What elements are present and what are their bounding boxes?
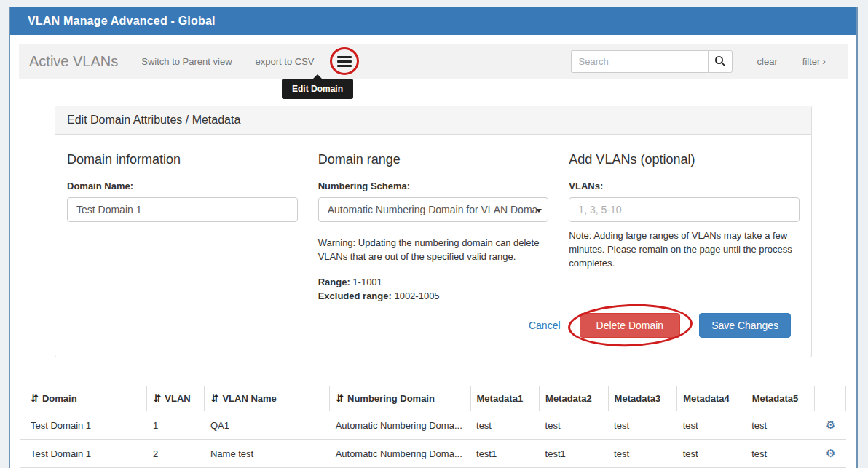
gear-icon[interactable]: ⚙ [826,419,835,431]
column-header[interactable]: ⇵VLAN Name [205,386,330,411]
add-vlans-section: Add VLANs (optional) VLANs: Note: Adding… [569,152,800,303]
domain-range-section: Domain range Numbering Schema: Automatic… [318,152,549,303]
domain-range-heading: Domain range [318,152,549,167]
column-header[interactable]: ⇵Numbering Domain [330,386,470,411]
table-cell: Test Domain 1 [20,411,147,440]
range-value: 1-1001 [350,277,382,287]
column-header: Metadata1 [470,386,540,411]
table-cell: test [470,411,540,440]
sort-icon: ⇵ [31,393,39,404]
excluded-range-line: Excluded range: 1002-1005 [318,290,549,304]
row-actions-cell: ⚙ [815,440,846,468]
filter-link[interactable]: filter› [802,55,826,67]
row-actions-cell: ⚙ [815,411,846,440]
chevron-right-icon: › [822,55,826,67]
delete-domain-button[interactable]: Delete Domain [580,313,681,338]
column-header: Metadata5 [746,386,815,411]
table-row: Test Domain 11QA1Automatic Numbering Dom… [20,411,846,440]
domain-information-section: Domain information Domain Name: [67,152,298,303]
table-cell: test1 [470,440,540,468]
table-header-row: ⇵Domain⇵VLAN⇵VLAN Name⇵Numbering DomainM… [20,386,846,411]
column-header: Metadata4 [677,386,746,411]
switch-to-parent-view-link[interactable]: Switch to Parent view [141,56,232,67]
domain-name-input[interactable] [67,197,298,222]
table-cell: test [677,411,746,440]
dropdown-caret-icon [536,209,542,213]
actions-column-header [815,386,846,411]
table-cell: test [746,440,815,468]
sort-icon: ⇵ [336,393,344,404]
clear-link[interactable]: clear [757,56,778,67]
vlans-label: VLANs: [569,181,800,191]
tooltip-label: Edit Domain [292,84,343,94]
column-header: Metadata2 [540,386,609,411]
domain-information-heading: Domain information [67,152,298,167]
edit-domain-tooltip: Edit Domain [282,79,353,99]
cancel-link[interactable]: Cancel [529,320,561,331]
excluded-range-label: Excluded range: [318,290,392,301]
save-changes-button[interactable]: Save Changes [699,313,791,338]
table-cell: Name test [205,440,330,468]
panel-title: Edit Domain Attributes / Metadata [55,106,811,135]
column-header[interactable]: ⇵VLAN [147,386,205,411]
search-button[interactable] [708,50,733,73]
table-cell: QA1 [205,411,330,440]
table-cell: test [608,440,677,468]
app-window: VLAN Manage Advanced - Global Active VLA… [9,7,858,468]
active-vlans-heading: Active VLANs [29,53,118,70]
hamburger-icon [337,56,352,58]
numbering-schema-value: Automatic Numbering Domain for VLAN Doma [328,204,538,215]
table-cell: Automatic Numbering Doma... [330,411,470,440]
search-group [571,50,733,73]
numbering-warning-text: Warning: Updating the numbering domain c… [318,237,549,264]
gear-icon[interactable]: ⚙ [826,447,835,459]
table-cell: 1 [147,411,205,440]
table-row: Test Domain 12Name testAutomatic Numberi… [20,440,846,468]
table-cell: test [540,411,609,440]
table-cell: test1 [540,440,609,468]
table-cell: test [677,440,746,468]
table-cell: test [746,411,815,440]
range-line: Range: 1-1001 [318,276,549,290]
table-cell: Test Domain 1 [20,440,147,468]
vlans-input[interactable] [569,197,800,222]
numbering-schema-select[interactable]: Automatic Numbering Domain for VLAN Doma [318,197,549,222]
page-title-bar: VLAN Manage Advanced - Global [10,7,856,35]
column-header: Metadata3 [608,386,677,411]
tooltip-arrow [313,74,322,79]
table-body: Test Domain 11QA1Automatic Numbering Dom… [20,411,846,468]
domain-name-label: Domain Name: [67,181,298,191]
edit-domain-panel: Edit Domain Attributes / Metadata Domain… [55,106,812,357]
page-title: VLAN Manage Advanced - Global [28,15,216,28]
excluded-range-value: 1002-1005 [392,290,440,301]
numbering-schema-label: Numbering Schema: [318,181,549,191]
sort-icon: ⇵ [153,393,161,404]
search-icon [714,55,726,67]
edit-domain-menu-button[interactable] [336,54,353,68]
table-cell: Automatic Numbering Doma... [330,440,470,468]
table-cell: 2 [147,440,205,468]
vlan-table: ⇵Domain⇵VLAN⇵VLAN Name⇵Numbering DomainM… [20,386,846,468]
panel-actions: Cancel Delete Domain Save Changes [67,313,800,338]
toolbar: Active VLANs Switch to Parent view expor… [19,44,848,79]
sort-icon: ⇵ [210,393,218,404]
column-header[interactable]: ⇵Domain [20,386,147,411]
table-cell: test [608,411,677,440]
vlans-note-text: Note: Adding large ranges of VLANs may t… [569,229,800,271]
search-input[interactable] [571,50,708,73]
add-vlans-heading: Add VLANs (optional) [569,152,800,167]
range-label: Range: [318,277,350,287]
export-to-csv-link[interactable]: export to CSV [256,56,315,67]
